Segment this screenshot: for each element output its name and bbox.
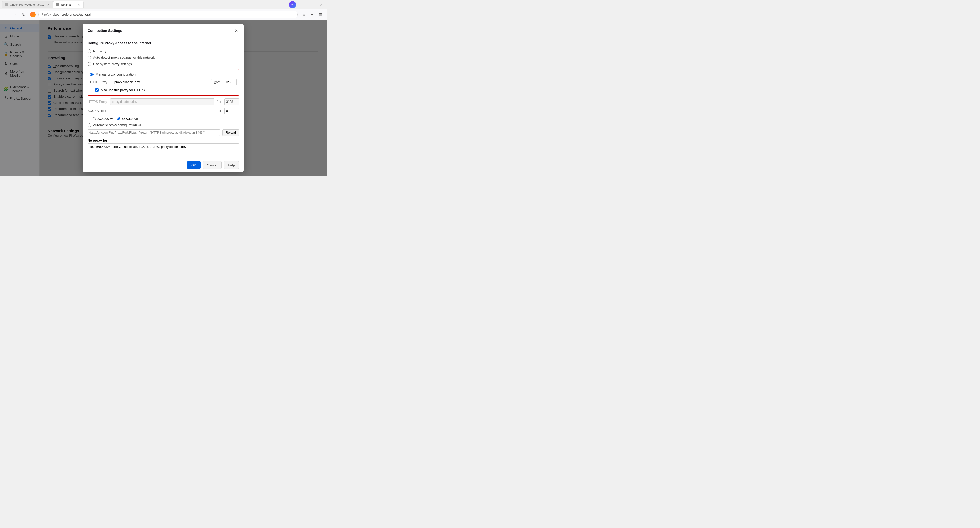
https-port-input[interactable] <box>224 98 239 105</box>
radio-auto-detect[interactable]: Auto-detect proxy settings for this netw… <box>88 54 239 61</box>
back-button[interactable]: ← <box>3 11 10 18</box>
socks-port-input[interactable] <box>224 108 239 114</box>
connection-settings-dialog: Connection Settings ✕ Configure Proxy Ac… <box>83 24 244 172</box>
http-proxy-row: HTTP Proxy Port <box>90 78 237 87</box>
menu-button[interactable]: ☰ <box>317 11 324 18</box>
https-proxy-label: HTTPS Proxy <box>88 100 108 103</box>
nav-right-icons: ☆ ❤ ☰ <box>300 11 324 18</box>
socks-v4-label: SOCKS v4 <box>97 117 114 121</box>
dialog-title: Connection Settings <box>88 29 122 33</box>
also-use-https-label: Also use this proxy for HTTPS <box>100 88 145 92</box>
http-port-label: Port <box>214 80 220 84</box>
dialog-close-button[interactable]: ✕ <box>233 27 239 34</box>
restore-button[interactable]: ◻ <box>308 1 315 8</box>
url-prefix: Firefox <box>41 13 51 16</box>
firefox-logo <box>30 12 36 17</box>
auto-proxy-url-label: Automatic proxy configuration URL <box>93 123 145 127</box>
auto-detect-label: Auto-detect proxy settings for this netw… <box>93 55 155 59</box>
system-proxy-label: Use system proxy settings <box>93 62 132 66</box>
https-port-label: Port <box>216 100 222 103</box>
auto-proxy-input-row: Reload <box>88 129 239 136</box>
auto-detect-radio[interactable] <box>88 56 91 59</box>
radio-auto-proxy-url[interactable]: Automatic proxy configuration URL <box>88 122 239 128</box>
tab-2[interactable]: Settings ✕ <box>53 1 84 8</box>
minimize-button[interactable]: – <box>299 1 306 8</box>
pocket-button[interactable]: ❤ <box>308 11 316 18</box>
no-proxy-textarea[interactable]: 192.168.4.0/24, proxy.diladele.lan, 192.… <box>88 143 239 158</box>
title-bar: Check Proxy Authentication — Web... ✕ Se… <box>0 0 327 9</box>
reload-button[interactable]: ↻ <box>20 11 27 18</box>
url-text: about:preferences#general <box>52 13 91 16</box>
proxy-section-title: Configure Proxy Access to the Internet <box>88 41 239 45</box>
socks-version-row: SOCKS v4 SOCKS v5 <box>88 116 239 122</box>
https-proxy-input[interactable] <box>110 98 215 105</box>
socks-v5-option[interactable]: SOCKS v5 <box>117 117 138 121</box>
tab-1-favicon <box>5 3 8 6</box>
forward-button[interactable]: → <box>11 11 19 18</box>
tab-bar: Check Proxy Authentication — Web... ✕ Se… <box>2 1 289 8</box>
system-proxy-radio[interactable] <box>88 62 91 66</box>
tab-2-close[interactable]: ✕ <box>77 3 81 6</box>
socks-v5-radio[interactable] <box>117 117 121 121</box>
url-bar[interactable]: Firefox about:preferences#general <box>38 11 298 18</box>
socks-host-label: SOCKS Host <box>88 109 108 113</box>
main-content: ⚙ General ⌂ Home 🔍 Search 🔒 Privacy & Se… <box>0 20 327 176</box>
auto-proxy-url-radio[interactable] <box>88 124 91 127</box>
overlay-backdrop: Connection Settings ✕ Configure Proxy Ac… <box>0 20 327 176</box>
close-button[interactable]: ✕ <box>318 1 325 8</box>
cancel-button[interactable]: Cancel <box>203 161 221 169</box>
dialog-footer: OK Cancel Help <box>83 158 244 172</box>
manual-proxy-box: Manual proxy configuration HTTP Proxy Po… <box>88 69 239 96</box>
no-proxy-label: No proxy <box>93 49 107 53</box>
socks-host-input[interactable] <box>110 108 215 114</box>
reload-button[interactable]: Reload <box>222 129 239 136</box>
radio-system-proxy[interactable]: Use system proxy settings <box>88 61 239 67</box>
socks-host-row: SOCKS Host Port <box>88 106 239 116</box>
manual-proxy-label: Manual proxy configuration <box>96 73 135 76</box>
no-proxy-for-label: No proxy for <box>88 138 239 142</box>
profile-icon[interactable]: ∞ <box>289 1 296 8</box>
tab-1-close[interactable]: ✕ <box>46 3 50 6</box>
manual-proxy-radio[interactable] <box>90 73 94 76</box>
dialog-header: Connection Settings ✕ <box>83 24 244 37</box>
socks-port-label: Port <box>216 109 222 113</box>
tab-1-title: Check Proxy Authentication — Web... <box>10 3 45 6</box>
tab-2-title: Settings <box>61 3 75 6</box>
http-proxy-label: HTTP Proxy <box>90 80 110 84</box>
bookmark-button[interactable]: ☆ <box>300 11 308 18</box>
browser-frame: Check Proxy Authentication — Web... ✕ Se… <box>0 0 327 176</box>
help-button[interactable]: Help <box>224 161 239 169</box>
radio-no-proxy[interactable]: No proxy <box>88 48 239 54</box>
also-use-https-row: Also use this proxy for HTTPS <box>90 87 237 93</box>
socks-v5-label: SOCKS v5 <box>122 117 138 121</box>
new-tab-button[interactable]: + <box>85 2 91 8</box>
also-use-https-checkbox[interactable] <box>95 88 99 92</box>
https-proxy-row: HTTPS Proxy Port <box>88 97 239 106</box>
window-controls: – ◻ ✕ <box>299 1 325 8</box>
auto-proxy-url-input[interactable] <box>88 129 220 136</box>
nav-bar: ← → ↻ Firefox about:preferences#general … <box>0 9 327 20</box>
ok-button[interactable]: OK <box>187 161 200 169</box>
http-port-input[interactable] <box>222 79 237 86</box>
socks-v4-radio[interactable] <box>93 117 96 121</box>
socks-v4-option[interactable]: SOCKS v4 <box>93 117 114 121</box>
radio-manual-proxy[interactable]: Manual proxy configuration <box>90 71 237 78</box>
tab-2-favicon <box>56 3 59 6</box>
tab-1[interactable]: Check Proxy Authentication — Web... ✕ <box>2 1 53 8</box>
no-proxy-radio[interactable] <box>88 49 91 53</box>
dialog-body: Configure Proxy Access to the Internet N… <box>83 37 244 158</box>
http-proxy-input[interactable] <box>113 79 212 86</box>
